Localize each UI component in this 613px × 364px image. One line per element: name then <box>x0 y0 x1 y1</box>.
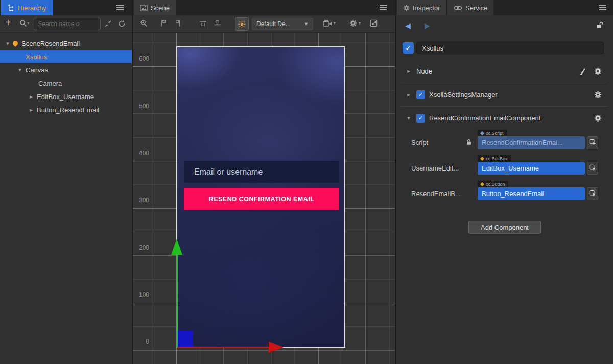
component-header-xsolla-settings[interactable]: ▸ ✓ XsollaSettingsManager <box>396 87 613 102</box>
inspector-panel: Inspector Service ◀ ▶ ✓ ▸ Node ▸ ✓ Xsoll… <box>396 0 613 364</box>
tree-row-canvas[interactable]: ▾ Canvas <box>0 63 132 77</box>
light-toggle-button[interactable] <box>235 17 249 31</box>
component-enabled-checkbox[interactable]: ✓ <box>416 114 425 123</box>
zoom-icon[interactable] <box>140 19 148 27</box>
script-reference-field[interactable]: ResendConfirmationEmai... <box>478 136 585 149</box>
component-header-resend-email[interactable]: ▾ ✓ ResendConfirmationEmailComponent <box>396 111 613 125</box>
prefab-book-icon[interactable] <box>579 67 586 75</box>
align-horizontal-icon[interactable] <box>174 19 181 27</box>
scene-asset-icon <box>12 40 19 47</box>
align-vertical-icon[interactable] <box>160 19 168 27</box>
button-type-dot-icon <box>480 182 484 186</box>
expander-icon[interactable]: ▾ <box>4 40 11 47</box>
distribute-top-icon[interactable] <box>199 19 207 27</box>
username-editbox-reference-field[interactable]: EditBox_Username <box>478 162 585 175</box>
hierarchy-panel: Hierarchy + ▾ ▾ SceneResendEmail Xsollus <box>0 0 132 364</box>
scene-tab-label: Scene <box>151 4 170 12</box>
gear-icon <box>403 4 410 12</box>
picker-icon[interactable] <box>587 187 598 200</box>
type-badge: cc.EditBox <box>478 155 511 162</box>
tab-service[interactable]: Service <box>447 0 493 15</box>
tree-row-camera[interactable]: Camera <box>0 77 132 90</box>
ruler-label: 300 <box>134 197 149 204</box>
hierarchy-tree: ▾ SceneResendEmail Xsollus ▾ Canvas Came… <box>0 37 132 116</box>
scene-settings-button[interactable]: ▾ <box>349 19 361 27</box>
scene-tabbar: Scene <box>133 0 395 15</box>
gear-icon[interactable] <box>594 114 602 122</box>
component-enabled-checkbox[interactable]: ✓ <box>416 90 425 99</box>
tree-label: Button_ResendEmail <box>37 106 99 114</box>
tab-scene[interactable]: Scene <box>134 0 176 15</box>
inspector-tabbar: Inspector Service <box>396 0 613 15</box>
node-active-checkbox[interactable]: ✓ <box>403 42 414 54</box>
scene-panel: Scene Default De... ▼ ▾ ▾ 600 <box>133 0 395 364</box>
picker-icon[interactable] <box>587 162 598 175</box>
expander-icon[interactable]: ▸ <box>28 107 35 113</box>
tab-inspector[interactable]: Inspector <box>397 0 446 15</box>
scene-toolbar: Default De... ▼ ▾ ▾ <box>133 15 395 33</box>
device-resolution-dropdown[interactable]: Default De... ▼ <box>252 18 313 30</box>
hierarchy-toolbar: + ▾ <box>0 15 132 33</box>
tree-label: Camera <box>38 80 62 87</box>
property-label-resend-button: ResendEmailB... <box>411 190 461 198</box>
game-preview-canvas[interactable]: RESEND CONFIRMATION EMAIL <box>176 46 345 348</box>
tree-row-button[interactable]: ▸ Button_ResendEmail <box>0 103 132 116</box>
resend-button-reference-field[interactable]: Button_ResendEmail <box>478 187 585 200</box>
editor-window: Hierarchy + ▾ ▾ SceneResendEmail Xsollus <box>0 0 613 364</box>
scene-image-icon <box>140 4 148 12</box>
email-username-field[interactable] <box>184 161 339 183</box>
ruler-label: 200 <box>134 244 149 251</box>
picker-icon[interactable] <box>587 136 598 149</box>
hierarchy-tab-label: Hierarchy <box>18 4 46 12</box>
x-axis-arrowhead[interactable] <box>269 342 284 353</box>
hierarchy-tree-icon <box>7 4 15 12</box>
inspector-menu-icon[interactable] <box>599 7 606 8</box>
scene-viewport[interactable]: 600 500 400 300 200 100 0 RESEND CONFIRM… <box>133 33 395 364</box>
hierarchy-menu-icon[interactable] <box>116 7 124 8</box>
tree-row-scene[interactable]: ▾ SceneResendEmail <box>0 37 132 50</box>
search-input[interactable] <box>34 18 101 30</box>
component-title: XsollaSettingsManager <box>429 91 498 99</box>
expander-icon[interactable]: ▸ <box>405 91 412 98</box>
camera-preview-button[interactable]: ▾ <box>323 19 336 27</box>
gear-icon[interactable] <box>594 67 602 75</box>
tree-row-xsollus[interactable]: Xsollus <box>0 50 132 63</box>
expander-icon[interactable]: ▸ <box>405 68 412 75</box>
collapse-all-icon[interactable] <box>104 20 112 28</box>
node-name-input[interactable] <box>416 42 604 54</box>
resend-confirmation-email-button[interactable]: RESEND CONFIRMATION EMAIL <box>184 188 339 210</box>
y-axis-arrowhead[interactable] <box>171 239 182 255</box>
chevron-down-icon: ▼ <box>304 21 309 27</box>
tree-label: SceneResendEmail <box>21 40 80 47</box>
editbox-type-dot-icon <box>480 156 484 160</box>
component-title: ResendConfirmationEmailComponent <box>429 114 540 122</box>
ruler-label: 400 <box>134 150 149 157</box>
forward-arrow-icon[interactable]: ▶ <box>425 21 430 30</box>
scene-menu-icon[interactable] <box>380 7 387 8</box>
section-divider <box>401 106 608 107</box>
expander-icon[interactable]: ▾ <box>16 67 23 74</box>
tab-hierarchy[interactable]: Hierarchy <box>1 0 53 15</box>
service-tab-label: Service <box>465 4 487 12</box>
device-dropdown-value: Default De... <box>256 20 291 28</box>
link-icon <box>454 4 462 12</box>
create-node-button[interactable]: + <box>5 17 11 29</box>
back-arrow-icon[interactable]: ◀ <box>405 21 411 30</box>
ruler-label: 100 <box>134 291 149 298</box>
expander-icon[interactable]: ▾ <box>405 115 412 122</box>
unlock-icon[interactable] <box>595 21 604 29</box>
sun-icon <box>238 20 246 28</box>
section-divider <box>401 82 608 82</box>
node-section-label: Node <box>416 67 432 75</box>
gear-icon[interactable] <box>594 91 602 99</box>
add-component-button[interactable]: Add Component <box>468 221 541 234</box>
expander-icon[interactable]: ▸ <box>28 93 35 100</box>
node-section-header[interactable]: ▸ Node <box>396 64 613 78</box>
anchor-handle[interactable] <box>178 330 193 347</box>
search-type-button[interactable]: ▾ <box>19 19 29 27</box>
grid-map-icon[interactable] <box>370 19 378 27</box>
tree-row-editbox[interactable]: ▸ EditBox_Username <box>0 90 132 103</box>
refresh-icon[interactable] <box>118 20 126 28</box>
distribute-bottom-icon[interactable] <box>214 19 221 27</box>
type-badge: cc.Script <box>478 130 507 136</box>
